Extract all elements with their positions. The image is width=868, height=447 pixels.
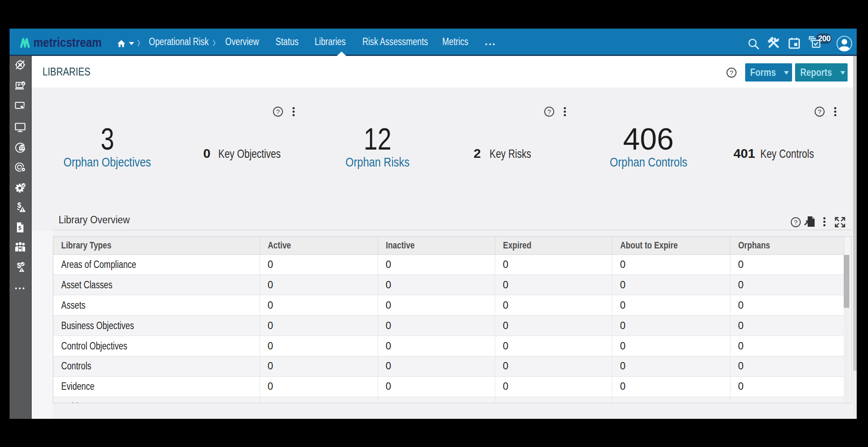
svg-text:$: $: [17, 202, 21, 209]
svg-text:$: $: [18, 225, 22, 231]
